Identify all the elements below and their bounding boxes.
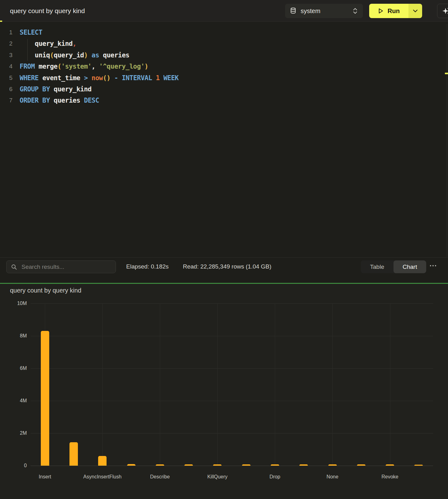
tab-chart[interactable]: Chart [393,260,426,273]
x-gridline [275,303,275,466]
sparkle-icon [442,7,448,15]
chevron-down-icon [413,9,418,12]
x-axis-label: Revoke [381,474,398,480]
chart-bar[interactable] [41,331,49,466]
code-text: uniq(query_id) as queries [20,50,129,61]
y-axis-label: 8M [0,333,27,339]
y-axis-label: 0 [0,463,27,468]
results-toolbar: Elapsed: 0.182s Read: 22,285,349 rows (1… [0,257,448,283]
chart-bar[interactable] [156,464,164,466]
elapsed-stat: Elapsed: 0.182s [126,263,169,270]
x-axis-label: Insert [39,474,51,480]
y-gridline [31,433,433,434]
read-stat: Read: 22,285,349 rows (1.04 GB) [183,263,271,270]
y-gridline [31,368,433,369]
x-gridline [332,303,333,466]
x-gridline [102,303,103,466]
chart-bar[interactable] [357,464,365,466]
sql-editor[interactable]: 1SELECT2 query_kind,3 uniq(query_id) as … [0,22,448,257]
indent-guide [27,39,28,61]
search-icon [11,264,17,270]
chart-bar[interactable] [98,456,107,466]
chart-bar[interactable] [69,442,78,466]
code-text: FROM merge('system', '^query_log') [20,61,148,72]
dot-icon [435,265,436,266]
x-axis-label: AsyncInsertFlush [83,474,122,480]
chart-bar[interactable] [414,465,423,466]
chart-bar[interactable] [299,464,308,466]
chart-bar[interactable] [328,464,337,466]
search-results-input[interactable] [21,263,111,271]
play-icon [378,8,384,14]
code-line[interactable]: 7ORDER BY queries DESC [0,95,448,106]
line-number: 4 [0,61,12,72]
code-line[interactable]: 3 uniq(query_id) as queries [0,50,448,61]
y-axis-label: 10M [0,301,27,306]
code-text: query_kind, [20,38,76,49]
x-axis-label: Drop [269,474,280,480]
database-icon [290,7,296,14]
run-button-main[interactable]: Run [369,4,408,18]
line-number: 1 [0,27,12,38]
line-number: 3 [0,50,12,61]
assistant-button[interactable] [437,4,448,18]
dot-icon [432,265,434,266]
chart-bar[interactable] [184,464,193,466]
chart-panel: query count by query kind 02M4M6M8M10MIn… [0,284,448,499]
more-options-button[interactable] [430,265,436,266]
run-button[interactable]: Run [369,4,422,18]
cursor-position-marker [0,21,2,22]
run-options-caret[interactable] [408,4,422,18]
search-results-box[interactable] [6,260,116,273]
y-gridline [31,303,433,304]
code-text: SELECT [20,27,42,38]
chart-bar[interactable] [271,464,279,466]
line-number: 5 [0,72,12,84]
chart-bar[interactable] [386,464,394,466]
code-line[interactable]: 1SELECT [0,27,448,38]
x-axis-label: KillQuery [207,474,227,480]
line-number: 6 [0,84,12,95]
code-line[interactable]: 2 query_kind, [0,38,448,49]
line-number: 7 [0,95,12,106]
y-axis-label: 4M [0,398,27,404]
database-selector-value: system [301,7,320,15]
run-button-label: Run [388,7,400,15]
x-axis-label: Describe [150,474,170,480]
x-axis-line [31,466,433,466]
code-text: WHERE event_time > now() - INTERVAL 1 WE… [20,72,179,84]
code-line[interactable]: 5WHERE event_time > now() - INTERVAL 1 W… [0,72,448,84]
chevron-updown-icon [352,7,358,14]
code-line[interactable]: 6GROUP BY query_kind [0,84,448,95]
y-gridline [31,336,433,336]
chart-bar[interactable] [213,464,222,466]
code-text: GROUP BY query_kind [20,84,92,95]
x-gridline [390,303,390,466]
editor-overview-ruler[interactable] [447,24,447,257]
chart-bar[interactable] [127,464,136,466]
y-axis-label: 6M [0,366,27,371]
line-number: 2 [0,38,12,49]
view-toggle: Table Chart [361,260,426,273]
top-bar: query count by query kind system Run [0,0,448,22]
bar-chart: 02M4M6M8M10MInsertAsyncInsertFlushDescri… [0,284,448,499]
x-gridline [217,303,218,466]
x-gridline [160,303,160,466]
overview-ruler-mark [445,73,448,74]
tab-table[interactable]: Table [361,260,393,273]
code-line[interactable]: 4FROM merge('system', '^query_log') [0,61,448,72]
chart-bar[interactable] [242,464,250,466]
y-gridline [31,401,433,401]
x-axis-label: None [326,474,338,480]
query-title: query count by query kind [10,7,85,15]
y-axis-label: 2M [0,430,27,436]
dot-icon [430,265,431,266]
code-text: ORDER BY queries DESC [20,95,99,106]
database-selector[interactable]: system [285,4,363,18]
